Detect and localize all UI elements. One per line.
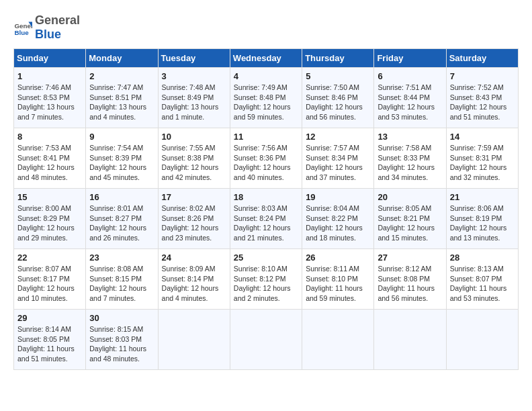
calendar-day-cell xyxy=(158,310,230,370)
calendar-day-cell: 4 Sunrise: 7:49 AMSunset: 8:48 PMDayligh… xyxy=(230,68,302,128)
calendar-week-row: 8 Sunrise: 7:53 AMSunset: 8:41 PMDayligh… xyxy=(14,128,519,189)
day-info: Sunrise: 7:49 AMSunset: 8:48 PMDaylight:… xyxy=(234,83,291,121)
calendar-day-cell: 1 Sunrise: 7:46 AMSunset: 8:53 PMDayligh… xyxy=(14,68,86,128)
day-number: 13 xyxy=(378,132,442,142)
day-info: Sunrise: 7:51 AMSunset: 8:44 PMDaylight:… xyxy=(378,83,435,121)
calendar-day-cell: 9 Sunrise: 7:54 AMSunset: 8:39 PMDayligh… xyxy=(86,128,158,189)
calendar-day-cell: 2 Sunrise: 7:47 AMSunset: 8:51 PMDayligh… xyxy=(86,68,158,128)
day-number: 22 xyxy=(17,253,82,263)
day-info: Sunrise: 7:46 AMSunset: 8:53 PMDaylight:… xyxy=(17,83,75,121)
day-number: 5 xyxy=(306,71,370,81)
weekday-header: Tuesday xyxy=(158,49,230,68)
day-number: 3 xyxy=(162,71,226,81)
calendar-day-cell: 7 Sunrise: 7:52 AMSunset: 8:43 PMDayligh… xyxy=(446,68,518,128)
calendar-day-cell: 25 Sunrise: 8:10 AMSunset: 8:12 PMDaylig… xyxy=(230,249,302,310)
calendar-header-row: SundayMondayTuesdayWednesdayThursdayFrid… xyxy=(14,49,519,68)
day-number: 30 xyxy=(89,313,154,323)
weekday-header: Friday xyxy=(374,49,446,68)
day-number: 17 xyxy=(162,192,226,202)
day-info: Sunrise: 8:07 AMSunset: 8:17 PMDaylight:… xyxy=(17,265,75,302)
day-info: Sunrise: 8:13 AMSunset: 8:07 PMDaylight:… xyxy=(450,265,507,302)
day-info: Sunrise: 7:48 AMSunset: 8:49 PMDaylight:… xyxy=(162,83,219,121)
day-info: Sunrise: 8:10 AMSunset: 8:12 PMDaylight:… xyxy=(234,265,291,302)
day-number: 11 xyxy=(234,132,298,142)
calendar-day-cell: 27 Sunrise: 8:12 AMSunset: 8:08 PMDaylig… xyxy=(374,249,446,310)
day-number: 10 xyxy=(162,132,226,142)
calendar-day-cell: 26 Sunrise: 8:11 AMSunset: 8:10 PMDaylig… xyxy=(302,249,374,310)
logo-general-text: General xyxy=(35,13,80,27)
calendar-day-cell: 17 Sunrise: 8:02 AMSunset: 8:26 PMDaylig… xyxy=(158,189,230,249)
weekday-header: Sunday xyxy=(14,49,86,68)
calendar-day-cell xyxy=(302,310,374,370)
calendar-day-cell: 19 Sunrise: 8:04 AMSunset: 8:22 PMDaylig… xyxy=(302,189,374,249)
day-number: 27 xyxy=(378,253,442,263)
calendar-day-cell: 29 Sunrise: 8:14 AMSunset: 8:05 PMDaylig… xyxy=(14,310,86,370)
day-number: 15 xyxy=(17,192,82,202)
day-info: Sunrise: 8:01 AMSunset: 8:27 PMDaylight:… xyxy=(89,204,146,242)
calendar-week-row: 1 Sunrise: 7:46 AMSunset: 8:53 PMDayligh… xyxy=(14,68,519,128)
svg-text:Blue: Blue xyxy=(14,29,29,36)
day-info: Sunrise: 8:03 AMSunset: 8:24 PMDaylight:… xyxy=(234,204,291,242)
calendar-day-cell: 14 Sunrise: 7:59 AMSunset: 8:31 PMDaylig… xyxy=(446,128,518,189)
calendar-day-cell: 10 Sunrise: 7:55 AMSunset: 8:38 PMDaylig… xyxy=(158,128,230,189)
day-number: 9 xyxy=(89,132,154,142)
weekday-header: Wednesday xyxy=(230,49,302,68)
day-number: 1 xyxy=(17,71,82,81)
day-info: Sunrise: 8:02 AMSunset: 8:26 PMDaylight:… xyxy=(162,204,219,242)
weekday-header: Thursday xyxy=(302,49,374,68)
calendar-day-cell: 23 Sunrise: 8:08 AMSunset: 8:15 PMDaylig… xyxy=(86,249,158,310)
calendar-day-cell: 22 Sunrise: 8:07 AMSunset: 8:17 PMDaylig… xyxy=(14,249,86,310)
day-info: Sunrise: 8:09 AMSunset: 8:14 PMDaylight:… xyxy=(162,265,219,302)
day-number: 24 xyxy=(162,253,226,263)
day-info: Sunrise: 8:12 AMSunset: 8:08 PMDaylight:… xyxy=(378,265,435,302)
logo-blue-text: Blue xyxy=(35,28,61,41)
day-number: 12 xyxy=(306,132,370,142)
calendar-day-cell: 11 Sunrise: 7:56 AMSunset: 8:36 PMDaylig… xyxy=(230,128,302,189)
calendar-day-cell: 15 Sunrise: 8:00 AMSunset: 8:29 PMDaylig… xyxy=(14,189,86,249)
day-number: 4 xyxy=(234,71,298,81)
calendar-day-cell: 3 Sunrise: 7:48 AMSunset: 8:49 PMDayligh… xyxy=(158,68,230,128)
calendar-week-row: 29 Sunrise: 8:14 AMSunset: 8:05 PMDaylig… xyxy=(14,310,519,370)
day-info: Sunrise: 7:55 AMSunset: 8:38 PMDaylight:… xyxy=(162,144,219,181)
calendar-day-cell: 12 Sunrise: 7:57 AMSunset: 8:34 PMDaylig… xyxy=(302,128,374,189)
day-info: Sunrise: 7:50 AMSunset: 8:46 PMDaylight:… xyxy=(306,83,363,121)
day-number: 19 xyxy=(306,192,370,202)
weekday-header: Saturday xyxy=(446,49,518,68)
day-number: 2 xyxy=(89,71,154,81)
weekday-header: Monday xyxy=(86,49,158,68)
day-number: 28 xyxy=(450,253,515,263)
calendar-day-cell: 18 Sunrise: 8:03 AMSunset: 8:24 PMDaylig… xyxy=(230,189,302,249)
calendar-week-row: 15 Sunrise: 8:00 AMSunset: 8:29 PMDaylig… xyxy=(14,189,519,249)
day-number: 18 xyxy=(234,192,298,202)
day-info: Sunrise: 8:00 AMSunset: 8:29 PMDaylight:… xyxy=(17,204,75,242)
day-info: Sunrise: 8:11 AMSunset: 8:10 PMDaylight:… xyxy=(306,265,363,302)
day-number: 14 xyxy=(450,132,515,142)
day-number: 7 xyxy=(450,71,515,81)
day-number: 20 xyxy=(378,192,442,202)
calendar-day-cell xyxy=(446,310,518,370)
day-info: Sunrise: 8:14 AMSunset: 8:05 PMDaylight:… xyxy=(17,325,75,363)
day-number: 6 xyxy=(378,71,442,81)
day-number: 16 xyxy=(89,192,154,202)
calendar-day-cell: 30 Sunrise: 8:15 AMSunset: 8:03 PMDaylig… xyxy=(86,310,158,370)
day-number: 25 xyxy=(234,253,298,263)
day-number: 8 xyxy=(17,132,82,142)
calendar-day-cell: 6 Sunrise: 7:51 AMSunset: 8:44 PMDayligh… xyxy=(374,68,446,128)
day-info: Sunrise: 7:53 AMSunset: 8:41 PMDaylight:… xyxy=(17,144,75,181)
day-info: Sunrise: 7:58 AMSunset: 8:33 PMDaylight:… xyxy=(378,144,435,181)
day-info: Sunrise: 7:54 AMSunset: 8:39 PMDaylight:… xyxy=(89,144,146,181)
day-info: Sunrise: 8:05 AMSunset: 8:21 PMDaylight:… xyxy=(378,204,435,242)
page-header: General Blue General Blue xyxy=(13,13,519,42)
calendar-day-cell: 5 Sunrise: 7:50 AMSunset: 8:46 PMDayligh… xyxy=(302,68,374,128)
calendar-day-cell: 21 Sunrise: 8:06 AMSunset: 8:19 PMDaylig… xyxy=(446,189,518,249)
calendar-day-cell xyxy=(230,310,302,370)
calendar-day-cell: 8 Sunrise: 7:53 AMSunset: 8:41 PMDayligh… xyxy=(14,128,86,189)
day-info: Sunrise: 8:06 AMSunset: 8:19 PMDaylight:… xyxy=(450,204,507,242)
day-info: Sunrise: 7:47 AMSunset: 8:51 PMDaylight:… xyxy=(89,83,146,121)
day-info: Sunrise: 8:15 AMSunset: 8:03 PMDaylight:… xyxy=(89,325,146,363)
calendar-day-cell: 16 Sunrise: 8:01 AMSunset: 8:27 PMDaylig… xyxy=(86,189,158,249)
logo: General Blue General Blue xyxy=(13,13,80,42)
calendar-day-cell xyxy=(374,310,446,370)
day-info: Sunrise: 7:56 AMSunset: 8:36 PMDaylight:… xyxy=(234,144,291,181)
calendar-table: SundayMondayTuesdayWednesdayThursdayFrid… xyxy=(13,48,519,370)
